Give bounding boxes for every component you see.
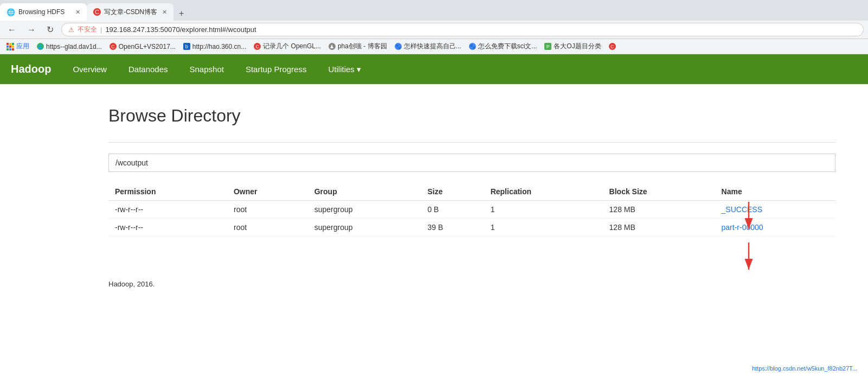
bookmark-5[interactable]: ♟ pha创嗤 - 博客园: [326, 41, 389, 52]
new-tab-button[interactable]: +: [173, 7, 189, 21]
bm-icon-2: C: [110, 43, 117, 50]
bm-icon-7: 🐾: [469, 43, 476, 50]
page-title: Browse Directory: [108, 106, 835, 126]
table-row: -rw-r--r-- root supergroup 0 B 1 128 MB …: [108, 201, 835, 219]
cell-owner-1: root: [227, 201, 308, 219]
bm-label-6: 怎样快速提高自己...: [404, 42, 461, 51]
cell-group-1: supergroup: [308, 201, 421, 219]
col-replication: Replication: [484, 183, 603, 201]
protocol-warning: 不安全: [78, 25, 97, 34]
bookmark-apps-label: 应用: [16, 42, 29, 51]
cell-size-2: 39 B: [421, 219, 484, 237]
address-separator: |: [100, 26, 102, 34]
browser-chrome: 🌐 Browsing HDFS ✕ C 写文章-CSDN博客 ✕ + ← → ↻…: [0, 0, 868, 54]
col-size: Size: [421, 183, 484, 201]
security-warning-icon: ⚠: [68, 26, 74, 34]
apps-grid-icon: [7, 43, 14, 50]
tab-browsing-hdfs[interactable]: 🌐 Browsing HDFS ✕: [0, 3, 87, 21]
bm-label-4: 记录几个 OpenGL...: [263, 42, 321, 51]
back-button[interactable]: ←: [4, 24, 20, 36]
cell-block-size-1: 128 MB: [603, 201, 715, 219]
nav-utilities[interactable]: Utilities ▾: [317, 55, 371, 84]
table-row: -rw-r--r-- root supergroup 39 B 1 128 MB…: [108, 219, 835, 237]
cell-block-size-2: 128 MB: [603, 219, 715, 237]
cell-size-1: 0 B: [421, 201, 484, 219]
cell-name-1[interactable]: _SUCCESS: [715, 201, 835, 219]
bm-label-1: https--glad.dav1d...: [46, 43, 102, 50]
bm-label-5: pha创嗤 - 博客园: [338, 42, 387, 51]
col-block-size: Block Size: [603, 183, 715, 201]
cell-name-2[interactable]: part-r-00000: [715, 219, 835, 237]
directory-table: Permission Owner Group Size Replication …: [108, 183, 835, 237]
file-link-part[interactable]: part-r-00000: [722, 223, 763, 232]
cell-owner-2: root: [227, 219, 308, 237]
col-permission: Permission: [108, 183, 227, 201]
address-bar-row: ← → ↻ ⚠ 不安全 | 192.168.247.135:50070/expl…: [0, 21, 868, 39]
bookmark-8[interactable]: P 各大OJ题目分类: [542, 41, 603, 52]
bookmark-7[interactable]: 🐾 怎么免费下载sci文...: [467, 41, 539, 52]
cell-permission-2: -rw-r--r--: [108, 219, 227, 237]
footer-text: Hadoop, 2016.: [108, 280, 155, 288]
tab-csdn[interactable]: C 写文章-CSDN博客 ✕: [87, 3, 173, 21]
main-content: Browse Directory Permission Owner Group …: [0, 84, 868, 258]
bm-icon-6: 🐾: [395, 43, 402, 50]
bm-label-8: 各大OJ题目分类: [554, 42, 601, 51]
nav-utilities-label: Utilities: [328, 65, 354, 74]
bookmark-6[interactable]: 🐾 怎样快速提高自己...: [393, 41, 464, 52]
file-link-success[interactable]: _SUCCESS: [722, 205, 762, 214]
tab-bar: 🌐 Browsing HDFS ✕ C 写文章-CSDN博客 ✕ +: [0, 0, 868, 21]
address-bar[interactable]: ⚠ 不安全 | 192.168.247.135:50070/explorer.h…: [61, 23, 864, 36]
bm-label-3: http://hao.360.cn...: [192, 43, 246, 50]
path-input[interactable]: [108, 154, 835, 172]
bookmark-4[interactable]: C 记录几个 OpenGL...: [252, 41, 323, 52]
nav-overview[interactable]: Overview: [62, 55, 118, 84]
hadoop-brand: Hadoop: [11, 54, 62, 84]
bm-icon-1: 🌐: [37, 43, 44, 50]
table-container: Permission Owner Group Size Replication …: [108, 183, 835, 237]
bm-icon-4: C: [254, 43, 261, 50]
cell-group-2: supergroup: [308, 219, 421, 237]
forward-button[interactable]: →: [24, 24, 39, 36]
col-name: Name: [715, 183, 835, 201]
table-header-row: Permission Owner Group Size Replication …: [108, 183, 835, 201]
cell-replication-2: 1: [484, 219, 603, 237]
bm-icon-3: b: [183, 43, 190, 50]
col-group: Group: [308, 183, 421, 201]
nav-datanodes[interactable]: Datanodes: [118, 55, 179, 84]
cell-permission-1: -rw-r--r--: [108, 201, 227, 219]
url-text: 192.168.247.135:50070/explorer.html#/wco…: [105, 26, 256, 34]
bm-label-2: OpenGL+VS2017...: [119, 43, 176, 50]
bookmark-9[interactable]: C: [607, 42, 618, 51]
tab-label-2: 写文章-CSDN博客: [104, 8, 157, 17]
bookmark-apps[interactable]: 应用: [4, 41, 31, 52]
nav-startup-progress[interactable]: Startup Progress: [235, 55, 318, 84]
bookmark-2[interactable]: C OpenGL+VS2017...: [107, 42, 178, 52]
bm-icon-8: P: [544, 43, 551, 50]
tab-close-1[interactable]: ✕: [75, 9, 80, 16]
col-owner: Owner: [227, 183, 308, 201]
tab-close-2[interactable]: ✕: [162, 9, 167, 16]
tab-label-1: Browsing HDFS: [18, 8, 65, 16]
bookmark-1[interactable]: 🌐 https--glad.dav1d...: [35, 42, 104, 52]
nav-snapshot[interactable]: Snapshot: [179, 55, 235, 84]
bm-icon-5: ♟: [329, 43, 336, 50]
bm-label-7: 怎么免费下载sci文...: [478, 42, 537, 51]
bookmark-3[interactable]: b http://hao.360.cn...: [181, 42, 248, 52]
bookmarks-bar: 应用 🌐 https--glad.dav1d... C OpenGL+VS201…: [0, 39, 868, 54]
divider: [108, 142, 835, 143]
tab-favicon-2: C: [93, 8, 101, 16]
cell-replication-1: 1: [484, 201, 603, 219]
bm-icon-9: C: [609, 43, 616, 50]
reload-button[interactable]: ↻: [43, 23, 57, 36]
tab-favicon-1: 🌐: [7, 8, 15, 16]
hadoop-nav: Hadoop Overview Datanodes Snapshot Start…: [0, 54, 868, 84]
utilities-dropdown-icon: ▾: [357, 65, 361, 74]
footer: Hadoop, 2016.: [0, 258, 868, 294]
